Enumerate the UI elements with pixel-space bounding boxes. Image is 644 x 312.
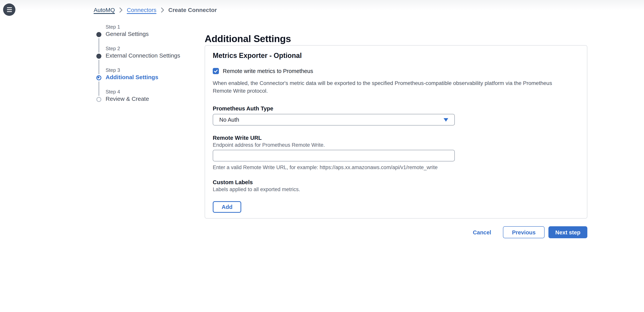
chevron-right-icon: [161, 7, 164, 13]
remote-write-url-input[interactable]: [213, 150, 455, 161]
breadcrumb-link-connectors[interactable]: Connectors: [127, 7, 156, 13]
hamburger-icon: [7, 7, 12, 8]
remote-write-url-help: Endpoint address for Prometheus Remote W…: [213, 141, 579, 148]
card-title: Metrics Exporter - Optional: [213, 52, 579, 60]
breadcrumb-current: Create Connector: [168, 7, 217, 13]
stepper-item-review-create[interactable]: Step 4 Review & Create: [106, 89, 221, 103]
step-3-dot: [96, 75, 101, 80]
step-name: Review & Create: [106, 95, 221, 103]
stepper-item-external-connection-settings[interactable]: Step 2 External Connection Settings: [106, 46, 221, 59]
create-connector-page: AutoMQ Connectors Create Connector Step …: [0, 0, 644, 312]
step-label: Step 1: [106, 24, 221, 30]
add-label-button[interactable]: Add: [213, 201, 241, 213]
breadcrumb: AutoMQ Connectors Create Connector: [94, 7, 217, 13]
remote-write-url-hint: Enter a valid Remote Write URL, for exam…: [213, 164, 579, 171]
step-2-dot: [96, 54, 101, 59]
remote-write-description: When enabled, the Connector's metric dat…: [213, 79, 567, 95]
chevron-right-icon: [119, 7, 122, 13]
remote-write-checkbox[interactable]: [213, 68, 219, 74]
breadcrumb-link-automq[interactable]: AutoMQ: [94, 7, 115, 13]
remote-write-checkbox-row: Remote write metrics to Prometheus: [213, 68, 579, 74]
step-name: External Connection Settings: [106, 52, 221, 59]
next-step-button[interactable]: Next step: [548, 226, 587, 238]
auth-type-select[interactable]: No Auth: [213, 114, 455, 125]
remote-write-url-label: Remote Write URL: [213, 134, 579, 141]
step-name: General Settings: [106, 30, 221, 38]
auth-type-label: Prometheus Auth Type: [213, 105, 579, 112]
previous-button[interactable]: Previous: [503, 226, 544, 238]
step-label: Step 4: [106, 89, 221, 95]
step-label: Step 3: [106, 67, 221, 73]
page-title: Additional Settings: [205, 33, 291, 44]
triangle-down-icon: [444, 118, 448, 121]
check-icon: [214, 69, 218, 73]
stepper-item-general-settings[interactable]: Step 1 General Settings: [106, 24, 221, 38]
cancel-button[interactable]: Cancel: [473, 229, 491, 235]
step-4-dot: [96, 97, 101, 102]
wizard-footer-actions: Cancel Previous Next step: [205, 226, 587, 238]
stepper-item-additional-settings[interactable]: Step 3 Additional Settings: [106, 67, 221, 81]
custom-labels-help: Labels applied to all exported metrics.: [213, 186, 579, 193]
metrics-exporter-card: Metrics Exporter - Optional Remote write…: [205, 45, 587, 219]
step-name: Additional Settings: [106, 73, 221, 81]
step-label: Step 2: [106, 46, 221, 52]
wizard-stepper: Step 1 General Settings Step 2 External …: [96, 24, 224, 105]
auth-type-selected-value: No Auth: [219, 116, 239, 123]
stepper-connector-line: [98, 34, 100, 99]
remote-write-checkbox-label[interactable]: Remote write metrics to Prometheus: [223, 68, 313, 74]
step-1-dot: [96, 32, 101, 37]
custom-labels-label: Custom Labels: [213, 179, 579, 186]
hamburger-menu-button[interactable]: [3, 4, 16, 16]
